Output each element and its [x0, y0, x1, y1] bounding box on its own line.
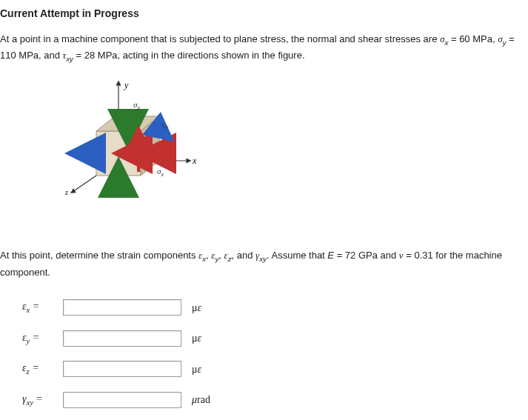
eq-sign: =: [448, 33, 459, 44]
and-text: , and: [232, 250, 256, 261]
svg-line-9: [73, 176, 96, 192]
page-title: Current Attempt in Progress: [0, 6, 522, 21]
ez-input[interactable]: [63, 361, 181, 377]
E-sym: E: [327, 250, 334, 261]
gxy-eq: =: [33, 393, 43, 404]
problem-prefix: At a point in a machine component that i…: [0, 33, 440, 44]
ex-eq: =: [30, 301, 39, 312]
ex-unit-mu: μ: [192, 302, 198, 313]
ex-input[interactable]: [63, 299, 181, 316]
tau-xy-label: τxy: [161, 121, 169, 130]
c2: ,: [218, 250, 224, 261]
E-val: = 72 GPa and: [334, 250, 399, 261]
ey-row: εy = με: [22, 330, 522, 347]
ex-unit-eps: ε: [198, 302, 202, 313]
ez-unit-mu: μ: [192, 364, 198, 375]
stress-cube-figure: y x z σy σx τxy: [0, 72, 522, 235]
tau-value: 28 MPa, acting in the directions shown i…: [84, 50, 305, 61]
ey-unit-eps: ε: [198, 333, 202, 344]
ez-row: εz = με: [22, 360, 522, 378]
ez-unit-eps: ε: [198, 364, 202, 375]
instructions-text: At this point, determine the strain comp…: [0, 248, 522, 280]
ez-label: εz =: [22, 360, 63, 378]
axis-z-label: z: [64, 188, 68, 196]
ex-unit: με: [192, 300, 201, 316]
gxy-unit-mu: μ: [192, 394, 197, 405]
gxy-label-sub: xy: [27, 399, 33, 407]
ex-row: εx = με: [22, 299, 522, 316]
instr-suffix: . Assume that: [267, 250, 327, 261]
ey-input[interactable]: [63, 330, 181, 347]
axis-x-label: x: [192, 156, 197, 166]
gxy-label: γxy =: [22, 391, 63, 409]
ey-eq: =: [30, 332, 39, 343]
ez-eq: =: [30, 362, 39, 373]
sigma-x-label: σx: [157, 167, 164, 178]
cube-svg: y x z σy σx τxy: [44, 79, 215, 227]
ez-unit: με: [192, 361, 201, 377]
axis-y-label: y: [124, 80, 129, 90]
eq-sign-3: =: [73, 50, 84, 61]
tau-sub: xy: [66, 55, 73, 63]
ey-unit: με: [192, 330, 201, 346]
sigma-y-label: σy: [133, 100, 140, 111]
input-section: εx = με εy = με εz = με γxy = μrad: [0, 299, 522, 408]
gxy-row: γxy = μrad: [22, 391, 522, 409]
ex-label: εx =: [22, 299, 63, 316]
problem-statement: At a point in a machine component that i…: [0, 32, 522, 64]
gxy-unit-rad: rad: [197, 394, 210, 405]
instr-prefix: At this point, determine the strain comp…: [0, 250, 198, 261]
sigma-y-value: 110 MPa, and: [0, 50, 63, 61]
gxy-input[interactable]: [63, 392, 181, 408]
sigma-x-value: 60 MPa,: [459, 33, 498, 44]
gxy-sub: xy: [259, 255, 267, 263]
ey-unit-mu: μ: [192, 333, 198, 344]
eq-sign-2: =: [506, 33, 514, 44]
gxy-unit: μrad: [192, 392, 210, 407]
ey-label: εy =: [22, 330, 63, 347]
